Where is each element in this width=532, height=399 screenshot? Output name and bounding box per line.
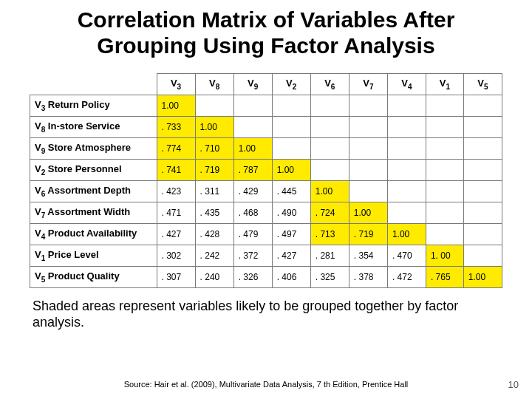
col-header: V7	[349, 74, 387, 95]
matrix-cell: . 372	[233, 245, 272, 267]
matrix-cell	[387, 117, 426, 138]
matrix-cell	[387, 181, 426, 202]
matrix-cell: . 445	[272, 181, 310, 202]
matrix-cell: . 429	[233, 181, 272, 202]
matrix-cell	[463, 95, 502, 117]
matrix-cell: . 307	[157, 267, 195, 288]
row-label: V6 Assortment Depth	[30, 181, 157, 202]
matrix-cell	[387, 160, 426, 181]
matrix-cell	[426, 202, 463, 224]
matrix-cell: . 733	[157, 117, 195, 138]
matrix-cell: . 311	[195, 181, 233, 202]
matrix-cell: . 765	[426, 267, 463, 288]
row-label: V9 Store Atmosphere	[30, 138, 157, 160]
matrix-cell	[463, 245, 502, 267]
matrix-cell	[272, 138, 310, 160]
matrix-cell: 1.00	[349, 202, 387, 224]
matrix-cell	[272, 95, 310, 117]
col-header: V5	[463, 74, 502, 95]
matrix-cell	[426, 181, 463, 202]
matrix-cell: . 302	[157, 245, 195, 267]
matrix-cell: . 719	[195, 160, 233, 181]
col-header: V6	[310, 74, 349, 95]
matrix-cell: . 724	[310, 202, 349, 224]
matrix-cell: . 242	[195, 245, 233, 267]
corner-cell	[30, 74, 157, 95]
matrix-cell: 1.00	[233, 138, 272, 160]
matrix-cell: . 787	[233, 160, 272, 181]
col-header: V2	[272, 74, 310, 95]
matrix-cell: . 710	[195, 138, 233, 160]
col-header: V4	[387, 74, 426, 95]
matrix-cell	[463, 224, 502, 245]
matrix-cell: . 497	[272, 224, 310, 245]
matrix-cell: . 471	[157, 202, 195, 224]
matrix-cell: . 479	[233, 224, 272, 245]
matrix-cell	[349, 117, 387, 138]
matrix-cell	[310, 160, 349, 181]
table-row: V7 Assortment Width. 471. 435. 468. 490.…	[30, 202, 502, 224]
matrix-cell	[310, 138, 349, 160]
matrix-cell	[426, 117, 463, 138]
table-row: V9 Store Atmosphere. 774. 7101.00	[30, 138, 502, 160]
matrix-cell: . 435	[195, 202, 233, 224]
matrix-cell	[463, 202, 502, 224]
matrix-cell	[349, 95, 387, 117]
matrix-cell: . 741	[157, 160, 195, 181]
matrix-cell: . 354	[349, 245, 387, 267]
matrix-cell: 1. 00	[426, 245, 463, 267]
table-header: V3V8V9V2V6V7V4V1V5	[30, 74, 502, 95]
matrix-cell	[387, 138, 426, 160]
table-row: V8 In-store Service. 7331.00	[30, 117, 502, 138]
row-label: V5 Product Quality	[30, 267, 157, 288]
row-label: V3 Return Policy	[30, 95, 157, 117]
matrix-cell: . 281	[310, 245, 349, 267]
matrix-cell	[349, 181, 387, 202]
matrix-cell: . 325	[310, 267, 349, 288]
matrix-cell	[463, 138, 502, 160]
col-header: V8	[195, 74, 233, 95]
matrix-cell: . 713	[310, 224, 349, 245]
matrix-cell: . 468	[233, 202, 272, 224]
matrix-cell	[387, 202, 426, 224]
matrix-cell	[310, 117, 349, 138]
matrix-cell	[463, 117, 502, 138]
matrix-cell: 1.00	[310, 181, 349, 202]
row-label: V4 Product Availability	[30, 224, 157, 245]
row-label: V1 Price Level	[30, 245, 157, 267]
matrix-cell: . 774	[157, 138, 195, 160]
matrix-cell: . 428	[195, 224, 233, 245]
matrix-cell	[426, 160, 463, 181]
matrix-cell	[426, 138, 463, 160]
table-body: V3 Return Policy1.00V8 In-store Service.…	[30, 95, 502, 288]
matrix-cell: 1.00	[463, 267, 502, 288]
row-label: V2 Store Personnel	[30, 160, 157, 181]
table-row: V4 Product Availability. 427. 428. 479. …	[30, 224, 502, 245]
matrix-cell: . 427	[272, 245, 310, 267]
matrix-cell	[349, 160, 387, 181]
row-label: V7 Assortment Width	[30, 202, 157, 224]
table-row: V6 Assortment Depth. 423. 311. 429. 4451…	[30, 181, 502, 202]
matrix-cell: . 427	[157, 224, 195, 245]
table-row: V5 Product Quality. 307. 240. 326. 406. …	[30, 267, 502, 288]
matrix-cell	[310, 95, 349, 117]
matrix-cell	[463, 160, 502, 181]
table-row: V3 Return Policy1.00	[30, 95, 502, 117]
matrix-cell	[195, 95, 233, 117]
source-citation: Source: Hair et al. (2009), Multivariate…	[0, 380, 532, 389]
matrix-cell: 1.00	[387, 224, 426, 245]
matrix-cell: . 470	[387, 245, 426, 267]
matrix-cell	[233, 95, 272, 117]
page-number: 10	[508, 379, 519, 390]
col-header: V9	[233, 74, 272, 95]
table-row: V1 Price Level. 302. 242. 372. 427. 281.…	[30, 245, 502, 267]
row-label: V8 In-store Service	[30, 117, 157, 138]
matrix-cell: . 240	[195, 267, 233, 288]
matrix-cell: 1.00	[157, 95, 195, 117]
col-header: V1	[426, 74, 463, 95]
matrix-cell	[387, 95, 426, 117]
matrix-cell: . 378	[349, 267, 387, 288]
matrix-container: V3V8V9V2V6V7V4V1V5 V3 Return Policy1.00V…	[30, 73, 502, 288]
matrix-cell	[426, 224, 463, 245]
matrix-cell: . 326	[233, 267, 272, 288]
